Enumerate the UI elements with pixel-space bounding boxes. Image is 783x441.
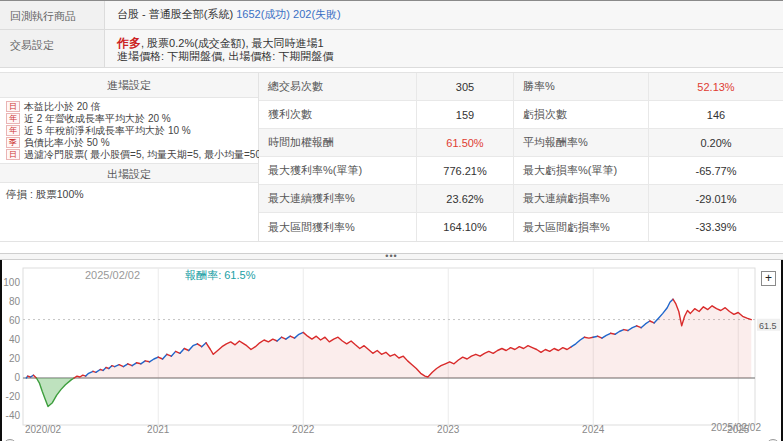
frequency-tag: 年	[6, 125, 20, 136]
settings-and-results: 進場設定 日本益比小於 20 倍年近 2 年營收成長率平均大於 20 %年近 5…	[0, 72, 783, 242]
y-tick-label: -40	[6, 410, 21, 421]
entry-condition-text: 負債比率小於 50 %	[24, 137, 110, 148]
entry-condition-text: 近 2 年營收成長率平均大於 20 %	[24, 113, 171, 124]
result-row: 總交易次數305勝率%52.13%	[259, 73, 783, 101]
result-metric-label: 最大連續獲利率%	[259, 185, 417, 212]
y-tick-label: 60	[9, 315, 21, 326]
entry-conditions-list: 日本益比小於 20 倍年近 2 年營收成長率平均大於 20 %年近 5 年稅前淨…	[0, 98, 258, 163]
success-fail-counts-link[interactable]: 1652(成功) 202(失敗)	[236, 8, 341, 20]
result-metric-value: 164.10%	[417, 213, 514, 241]
strategy-settings-panel: 進場設定 日本益比小於 20 倍年近 2 年營收成長率平均大於 20 %年近 5…	[0, 73, 259, 241]
y-tick-label: 20	[9, 353, 21, 364]
result-metric-label: 勝率%	[514, 73, 649, 100]
equity-chart-panel: 2025/02/02 報酬率: 61.5% + 2021202220232024…	[0, 260, 783, 441]
backtest-summary-table: 回測執行商品 台股 - 普通股全部(系統) 1652(成功) 202(失敗) 交…	[0, 1, 783, 68]
entry-condition-item: 年近 5 年稅前淨利成長率平均大於 10 %	[6, 125, 252, 137]
result-row: 時間加權報酬61.50%平均報酬率%0.20%	[259, 129, 783, 157]
result-metric-value: -33.39%	[649, 213, 783, 241]
entry-condition-item: 季負債比率小於 50 %	[6, 137, 252, 149]
end-value-label: 61.5	[759, 321, 777, 331]
stop-loss-setting: 停損 : 股票100%	[0, 183, 258, 207]
result-metric-value: 0.20%	[649, 129, 783, 156]
performance-results-table: 總交易次數305勝率%52.13%獲利次數159虧損次數146時間加權報酬61.…	[259, 73, 783, 241]
entry-condition-item: 日過濾冷門股票( 最小股價=5, 均量天期=5, 最小均量=500 )	[6, 149, 252, 161]
result-metric-value: 23.62%	[417, 185, 514, 212]
x-tick-label: 2022	[292, 424, 315, 435]
trade-costs: , 股票0.2%(成交金額), 最大同時進場1	[141, 37, 324, 49]
result-metric-value: 146	[649, 101, 783, 128]
result-metric-value: 776.21%	[417, 157, 514, 184]
exit-settings-header: 出場設定	[0, 163, 258, 183]
product-row-label: 回測執行商品	[0, 1, 105, 29]
result-metric-value: -65.77%	[649, 157, 783, 184]
frequency-tag: 日	[6, 149, 20, 160]
y-tick-label: 80	[9, 296, 21, 307]
chart-info-overlay: 2025/02/02 報酬率: 61.5%	[85, 268, 255, 283]
result-metric-label: 最大連續虧損率%	[514, 185, 649, 212]
zoom-in-button[interactable]: +	[761, 271, 776, 286]
trade-settings-label: 交易設定	[0, 30, 105, 67]
entry-condition-item: 年近 2 年營收成長率平均大於 20 %	[6, 113, 252, 125]
result-metric-value: 305	[417, 73, 514, 100]
frequency-tag: 年	[6, 113, 20, 124]
result-row: 獲利次數159虧損次數146	[259, 101, 783, 129]
product-row-value: 台股 - 普通股全部(系統) 1652(成功) 202(失敗)	[105, 1, 783, 29]
result-row: 最大區間獲利率%164.10%最大區間虧損率%-33.39%	[259, 213, 783, 241]
entry-condition-item: 日本益比小於 20 倍	[6, 101, 252, 113]
equity-curve-chart: 202120222023202420252020/022025/02/02100…	[2, 260, 781, 435]
chart-return-label: 報酬率: 61.5%	[185, 269, 255, 281]
y-tick-label: 100	[3, 277, 20, 288]
result-metric-label: 平均報酬率%	[514, 129, 649, 156]
x-start-label: 2020/02	[25, 424, 62, 435]
trade-settings-line2: 進場價格: 下期開盤價, 出場價格: 下期開盤價	[117, 50, 773, 63]
x-end-label: 2025/02/02	[711, 422, 761, 433]
trade-direction: 作多	[117, 36, 141, 50]
result-row: 最大獲利率%(單筆)776.21%最大虧損率%(單筆)-65.77%	[259, 157, 783, 185]
result-metric-label: 虧損次數	[514, 101, 649, 128]
result-metric-label: 最大區間虧損率%	[514, 213, 649, 241]
result-metric-value: 61.50%	[417, 129, 514, 156]
result-metric-value: 52.13%	[649, 73, 783, 100]
result-metric-label: 時間加權報酬	[259, 129, 417, 156]
result-metric-label: 最大虧損率%(單筆)	[514, 157, 649, 184]
result-row: 最大連續獲利率%23.62%最大連續虧損率%-29.01%	[259, 185, 783, 213]
x-tick-label: 2024	[582, 424, 605, 435]
y-tick-label: 40	[9, 334, 21, 345]
result-metric-label: 最大獲利率%(單筆)	[259, 157, 417, 184]
y-tick-label: 0	[14, 372, 20, 383]
entry-condition-text: 近 5 年稅前淨利成長率平均大於 10 %	[24, 125, 191, 136]
product-row: 回測執行商品 台股 - 普通股全部(系統) 1652(成功) 202(失敗)	[0, 1, 783, 30]
trade-settings-line1: 作多, 股票0.2%(成交金額), 最大同時進場1	[117, 37, 773, 50]
trade-settings-value: 作多, 股票0.2%(成交金額), 最大同時進場1 進場價格: 下期開盤價, 出…	[105, 30, 783, 67]
trade-settings-row: 交易設定 作多, 股票0.2%(成交金額), 最大同時進場1 進場價格: 下期開…	[0, 30, 783, 67]
backtest-report-window: 回測執行商品 台股 - 普通股全部(系統) 1652(成功) 202(失敗) 交…	[0, 0, 783, 441]
frequency-tag: 季	[6, 137, 20, 148]
x-tick-label: 2023	[437, 424, 460, 435]
chart-date-label: 2025/02/02	[85, 269, 140, 281]
x-tick-label: 2021	[147, 424, 170, 435]
entry-settings-header: 進場設定	[0, 73, 258, 98]
entry-condition-text: 過濾冷門股票( 最小股價=5, 均量天期=5, 最小均量=500 )	[24, 149, 273, 160]
result-metric-value: -29.01%	[649, 185, 783, 212]
product-name: 台股 - 普通股全部(系統)	[117, 8, 233, 20]
result-metric-label: 獲利次數	[259, 101, 417, 128]
entry-condition-text: 本益比小於 20 倍	[24, 101, 101, 112]
y-tick-label: -20	[6, 391, 21, 402]
frequency-tag: 日	[6, 101, 20, 112]
result-metric-value: 159	[417, 101, 514, 128]
result-metric-label: 總交易次數	[259, 73, 417, 100]
panel-splitter-handle[interactable]: •••	[0, 253, 783, 260]
result-metric-label: 最大區間獲利率%	[259, 213, 417, 241]
